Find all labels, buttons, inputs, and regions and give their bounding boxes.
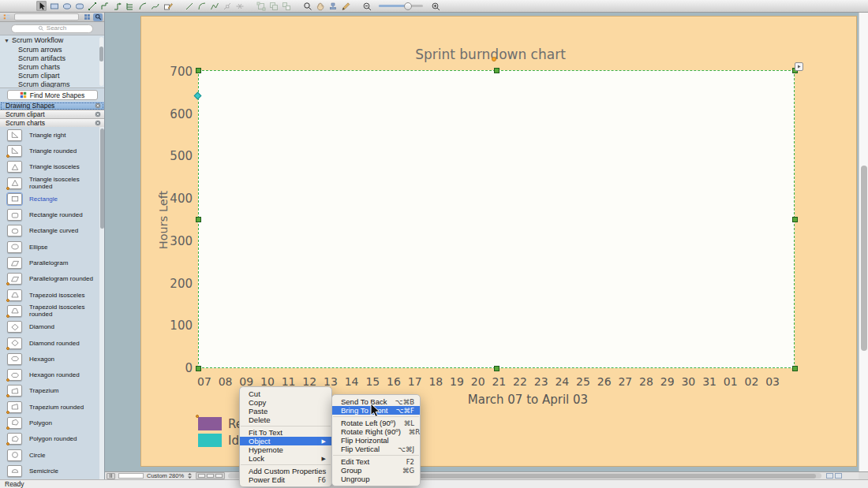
library-tree-icon[interactable] (2, 13, 11, 21)
search-view-button[interactable] (93, 13, 103, 21)
shape-item-polygon[interactable]: Polygon (0, 415, 104, 430)
shape-item-parallelogram-rounded[interactable]: Parallelogram rounded (0, 271, 104, 287)
pan-tool[interactable] (315, 1, 325, 11)
arc-tool[interactable] (196, 1, 207, 11)
selection-handle[interactable] (196, 68, 201, 73)
pointer-tool[interactable] (36, 1, 47, 11)
menu-item-object[interactable]: Object ▶ (240, 437, 331, 445)
line-tool[interactable] (184, 1, 194, 11)
stamp-tool[interactable] (327, 1, 338, 11)
shape-item-rectangle-curved[interactable]: Rectangle curved (0, 223, 104, 239)
smart-connector-tool[interactable] (99, 1, 110, 11)
sidebar-item-scrum-diagrams[interactable]: Scrum diagrams (0, 80, 104, 88)
zoom-stepper[interactable] (187, 472, 193, 479)
menu-item-flip-horizontal[interactable]: Flip Horizontal (332, 436, 420, 445)
disclosure-triangle-icon[interactable]: ▼ (4, 38, 9, 43)
shape-item-rectangle[interactable]: Rectangle (0, 191, 104, 207)
menu-item-paste[interactable]: Paste (240, 407, 331, 415)
zoom-slider[interactable] (379, 5, 423, 7)
menu-item-add-custom-properties[interactable]: Add Custom Properties (240, 467, 331, 475)
ungroup-edit-tool[interactable] (281, 1, 291, 11)
menu-item-rotate-right-90[interactable]: Rotate Right (90º) ⌘R (332, 427, 420, 436)
tree-scrollbar[interactable] (99, 37, 103, 86)
selection-handle[interactable] (494, 68, 499, 73)
shape-pencil-tool[interactable] (163, 1, 173, 11)
cut-node-tool[interactable] (234, 1, 245, 11)
zoom-in-icon[interactable] (430, 1, 440, 11)
panel-splitter-handle[interactable] (107, 473, 115, 479)
selection-handle[interactable] (196, 366, 201, 371)
zoom-out-icon[interactable] (361, 1, 372, 11)
shape-item-circle[interactable]: Circle (0, 447, 104, 463)
selection-handle[interactable] (494, 366, 499, 371)
pencil-tool[interactable] (340, 1, 350, 11)
menu-item-fit-to-text[interactable]: Fit To Text (240, 428, 331, 437)
rounded-rectangle-tool[interactable] (74, 1, 84, 11)
shape-item-semicircle[interactable]: Semicircle (0, 463, 104, 479)
shape-item-triangle-right[interactable]: Triangle right (0, 127, 104, 143)
selection-handle[interactable] (792, 217, 798, 222)
page-control-icons[interactable] (826, 473, 842, 479)
menu-item-cut[interactable]: Cut (240, 389, 331, 398)
shape-item-trapezium-rounded[interactable]: Trapezium rounded (0, 399, 104, 415)
menu-item-delete[interactable]: Delete (240, 415, 331, 424)
shape-item-trapezoid-isosceles-rounded[interactable]: Trapezoid isosceles rounded (0, 303, 104, 319)
sidebar-item-scrum-workflow[interactable]: ▼ Scrum Workflow (0, 35, 104, 45)
menu-item-lock[interactable]: Lock ▶ (240, 454, 331, 463)
search-input[interactable]: Search (11, 24, 93, 33)
shape-item-diamond-rounded[interactable]: Diamond rounded (0, 335, 104, 351)
smart-action-button[interactable] (795, 62, 803, 71)
reshape-tool[interactable] (256, 1, 266, 11)
find-more-shapes-button[interactable]: Find More Shapes (7, 90, 98, 100)
shape-item-hexagon[interactable]: Hexagon (0, 351, 104, 367)
shape-item-diamond[interactable]: Diamond (0, 319, 104, 335)
menu-item-power-edit[interactable]: Power Edit F6 (240, 475, 331, 484)
menu-item-copy[interactable]: Copy (240, 398, 331, 407)
shape-item-ellipse[interactable]: Ellipse (0, 239, 104, 255)
shape-item-rectangle-rounded[interactable]: Rectangle rounded (0, 207, 104, 222)
tree-connector-tool[interactable] (125, 1, 135, 11)
shape-item-parallelogram[interactable]: Parallelogram (0, 255, 104, 270)
bezier-connector-tool[interactable] (150, 1, 160, 11)
shape-list-scrollbar-thumb[interactable] (100, 129, 104, 229)
arrow-connector-tool[interactable] (112, 1, 122, 11)
sidebar-item-scrum-artifacts[interactable]: Scrum artifacts (0, 54, 104, 62)
shape-item-hexagon-rounded[interactable]: Hexagon rounded (0, 367, 104, 382)
menu-item-edit-text[interactable]: Edit Text F2 (332, 457, 420, 466)
menu-item-flip-vertical[interactable]: Flip Vertical ⌥⌘J (332, 445, 420, 453)
direct-connector-tool[interactable] (87, 1, 97, 11)
sidebar-item-scrum-arrows[interactable]: Scrum arrows (0, 45, 104, 54)
close-circle-icon[interactable] (95, 120, 101, 126)
move-node-tool[interactable] (222, 1, 232, 11)
shape-item-polygon-rounded[interactable]: Polygon rounded (0, 431, 104, 447)
shape-item-trapezoid-isosceles[interactable]: Trapezoid isosceles (0, 287, 104, 303)
selection-handle[interactable] (792, 366, 798, 371)
page-name-field[interactable] (118, 473, 144, 479)
rotation-handle[interactable] (492, 57, 496, 61)
menu-item-group[interactable]: Group ⌘G (332, 466, 420, 475)
tree-scrollbar-thumb[interactable] (99, 47, 103, 61)
vertical-scrollbar[interactable] (859, 13, 868, 471)
curve-connector-tool[interactable] (137, 1, 148, 11)
menu-item-send-to-back[interactable]: Send To Back ⌥⌘B (332, 397, 420, 406)
menu-item-ungroup[interactable]: Ungroup (332, 475, 420, 483)
library-section-drawing-shapes[interactable]: Drawing Shapes (0, 102, 104, 110)
shape-item-triangle-isosceles[interactable]: Triangle isosceles (0, 159, 104, 175)
group-edit-tool[interactable] (268, 1, 279, 11)
menu-item-hypernote[interactable]: Hypernote (240, 445, 331, 454)
close-circle-icon[interactable] (95, 102, 101, 109)
page-control-icon-2[interactable] (835, 473, 842, 479)
legend-item[interactable]: Re (198, 417, 243, 430)
polyline-tool[interactable] (209, 1, 219, 11)
sidebar-item-scrum-clipart[interactable]: Scrum clipart (0, 71, 104, 80)
chart-plot-area[interactable] (198, 70, 795, 368)
grid-view-button[interactable] (82, 13, 92, 21)
page-tabs[interactable] (196, 472, 225, 479)
rectangle-tool[interactable] (49, 1, 59, 11)
shape-item-trapezium[interactable]: Trapezium (0, 383, 104, 399)
shape-item-triangle-isosceles-rounded[interactable]: Triangle isosceles rounded (0, 175, 104, 191)
selection-handle[interactable] (196, 217, 201, 222)
close-circle-icon[interactable] (95, 111, 101, 117)
menu-item-bring-to-front[interactable]: Bring To Front ⌥⌘F (332, 406, 420, 415)
legend-item[interactable]: Id (198, 434, 243, 447)
